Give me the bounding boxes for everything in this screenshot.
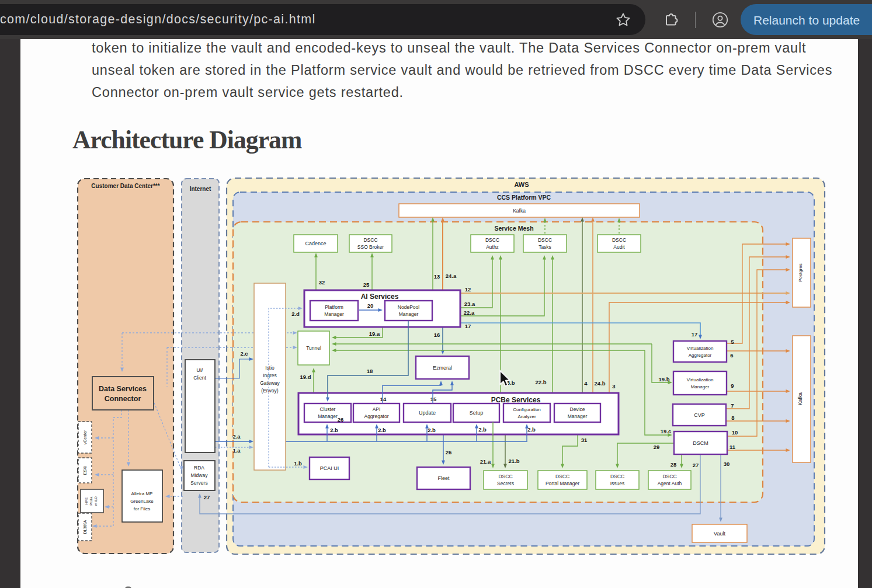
svg-text:19.a: 19.a — [369, 330, 380, 337]
svg-text:12: 12 — [465, 286, 471, 293]
svg-text:13: 13 — [434, 273, 440, 280]
svg-text:Alletra MP: Alletra MP — [131, 491, 153, 496]
svg-text:Ingres: Ingres — [263, 373, 277, 378]
svg-text:Aggregator: Aggregator — [364, 413, 388, 419]
svg-text:DSCC: DSCC — [538, 237, 552, 243]
svg-text:2.b: 2.b — [527, 426, 536, 433]
svg-text:Manager: Manager — [399, 311, 419, 317]
svg-text:4: 4 — [584, 380, 588, 387]
svg-text:24.b: 24.b — [594, 380, 605, 387]
svg-text:NodePool: NodePool — [398, 304, 419, 310]
svg-text:DSCC: DSCC — [612, 237, 626, 243]
svg-text:24.a: 24.a — [446, 273, 457, 279]
svg-text:2.a: 2.a — [232, 433, 241, 440]
svg-text:Portal Manager: Portal Manager — [546, 481, 579, 486]
svg-text:2.d: 2.d — [291, 311, 300, 317]
svg-text:Device: Device — [570, 406, 585, 412]
svg-text:8: 8 — [731, 415, 734, 421]
svg-text:21.b: 21.b — [508, 458, 519, 464]
svg-text:Virtualization: Virtualization — [687, 377, 714, 382]
svg-text:GreenLake: GreenLake — [130, 499, 154, 504]
svg-text:17: 17 — [692, 331, 698, 338]
svg-text:15: 15 — [430, 396, 437, 402]
svg-text:2.c: 2.c — [240, 350, 248, 357]
svg-text:nt iLO: nt iLO — [94, 496, 98, 506]
svg-text:RDA: RDA — [194, 465, 204, 471]
svg-text:Manager: Manager — [318, 413, 338, 419]
svg-text:27: 27 — [204, 494, 210, 500]
svg-text:DSCC: DSCC — [610, 474, 624, 479]
svg-text:Tasks: Tasks — [539, 244, 551, 250]
svg-text:22.b: 22.b — [535, 379, 546, 385]
svg-text:Vault: Vault — [714, 531, 725, 537]
svg-text:API: API — [373, 406, 381, 412]
svg-text:Postgres: Postgres — [798, 263, 803, 282]
svg-text:19.d: 19.d — [300, 374, 311, 380]
svg-text:Ezmeral: Ezmeral — [433, 365, 452, 371]
svg-text:Internet: Internet — [190, 186, 211, 192]
svg-text:Kafka: Kafka — [797, 392, 803, 405]
svg-text:Agent Auth: Agent Auth — [658, 481, 682, 486]
svg-text:2.b: 2.b — [330, 427, 338, 433]
svg-text:Service Mesh: Service Mesh — [494, 225, 533, 232]
svg-text:Gateway: Gateway — [260, 380, 280, 386]
svg-text:Prolia: Prolia — [89, 496, 93, 506]
svg-text:17: 17 — [465, 323, 471, 329]
svg-text:23.a: 23.a — [464, 301, 475, 307]
svg-text:14: 14 — [380, 396, 387, 402]
svg-text:5: 5 — [731, 339, 734, 345]
svg-text:2.b: 2.b — [478, 426, 487, 433]
svg-text:Manager: Manager — [691, 384, 710, 389]
svg-text:Audit: Audit — [613, 244, 625, 250]
svg-text:(Envoy): (Envoy) — [261, 388, 278, 394]
svg-text:Cadence: Cadence — [305, 241, 326, 246]
svg-text:Kafka: Kafka — [513, 208, 526, 214]
svg-text:vCenter: vCenter — [83, 430, 87, 444]
svg-text:Setup: Setup — [470, 410, 484, 416]
svg-text:18: 18 — [367, 368, 373, 374]
svg-text:30: 30 — [724, 461, 730, 467]
svg-text:Virtualization: Virtualization — [687, 346, 714, 351]
svg-text:25: 25 — [363, 281, 370, 288]
svg-text:26: 26 — [338, 416, 344, 423]
svg-text:26: 26 — [446, 449, 452, 455]
svg-text:Update: Update — [419, 410, 436, 416]
svg-text:6: 6 — [730, 352, 733, 359]
svg-text:AI Services: AI Services — [361, 293, 399, 301]
svg-text:Secrets: Secrets — [497, 481, 514, 486]
svg-text:Configuration: Configuration — [513, 407, 541, 412]
svg-text:27: 27 — [693, 462, 699, 468]
svg-text:Aggregator: Aggregator — [689, 353, 712, 358]
svg-text:SSO Broker: SSO Broker — [357, 244, 384, 250]
svg-text:HPE: HPE — [85, 497, 88, 505]
svg-text:Midway: Midway — [191, 472, 209, 478]
svg-text:32: 32 — [319, 279, 325, 286]
svg-text:Manager: Manager — [324, 311, 344, 317]
svg-text:Tunnel: Tunnel — [306, 345, 321, 351]
svg-text:20: 20 — [367, 302, 374, 309]
svg-text:CVP: CVP — [694, 412, 705, 418]
svg-text:CCS Platform VPC: CCS Platform VPC — [497, 194, 551, 201]
svg-text:19.c: 19.c — [661, 428, 672, 434]
svg-text:Customer Data Center***: Customer Data Center*** — [91, 183, 159, 189]
svg-text:ESXi: ESXi — [83, 465, 87, 475]
svg-text:31: 31 — [581, 437, 588, 443]
svg-text:Fleet: Fleet — [437, 475, 450, 481]
svg-text:10: 10 — [732, 429, 738, 436]
svg-text:Manager: Manager — [568, 413, 588, 419]
svg-text:DSCM: DSCM — [693, 440, 708, 446]
svg-text:22.a: 22.a — [464, 309, 475, 316]
svg-text:AWS: AWS — [514, 181, 529, 188]
svg-text:29: 29 — [654, 444, 660, 450]
svg-text:Cluster: Cluster — [320, 406, 336, 412]
svg-text:DSCC: DSCC — [662, 474, 676, 479]
svg-text:19.b: 19.b — [658, 376, 669, 382]
svg-text:DSCC: DSCC — [485, 237, 499, 243]
svg-text:Analyzer: Analyzer — [517, 414, 536, 419]
svg-text:for Files: for Files — [134, 506, 150, 512]
svg-text:11: 11 — [729, 444, 736, 450]
svg-text:21.a: 21.a — [480, 458, 491, 465]
svg-text:3: 3 — [612, 383, 615, 389]
svg-text:9: 9 — [731, 382, 734, 389]
svg-text:1.a: 1.a — [232, 447, 241, 454]
